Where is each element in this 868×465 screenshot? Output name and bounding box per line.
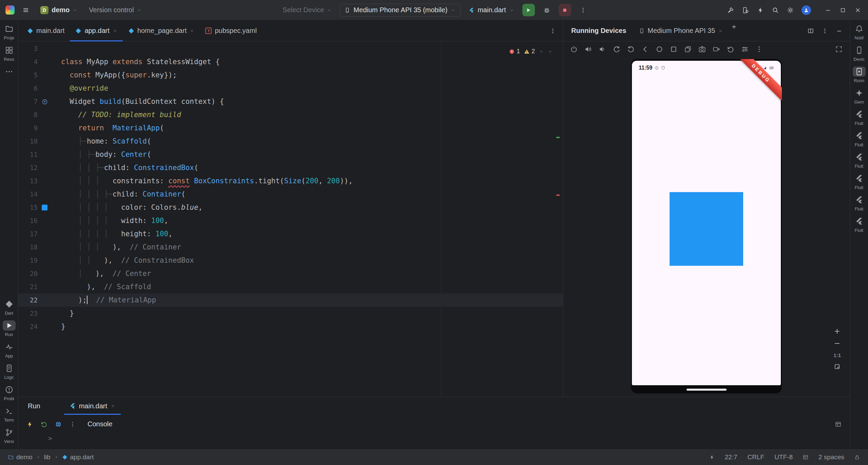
code-line-9[interactable]: 9 return MaterialApp( bbox=[18, 122, 563, 135]
android-overview-button[interactable] bbox=[667, 43, 680, 56]
fit-screen-button[interactable] bbox=[832, 43, 846, 56]
select-device-dropdown[interactable]: Select Device bbox=[280, 6, 334, 14]
android-back-button[interactable] bbox=[638, 43, 652, 56]
main-menu-button[interactable] bbox=[19, 4, 32, 17]
tool-running-devices[interactable]: Runn bbox=[850, 67, 868, 83]
account-avatar[interactable] bbox=[802, 5, 811, 15]
stop-button[interactable] bbox=[559, 4, 571, 16]
tool-app-quality-insights[interactable]: App bbox=[0, 342, 18, 358]
stripe-mark-red[interactable] bbox=[556, 194, 560, 196]
minimize-button[interactable] bbox=[821, 3, 835, 18]
tool-logcat[interactable]: Logc bbox=[0, 363, 18, 380]
warning-count[interactable]: 2 bbox=[524, 45, 535, 58]
line-number[interactable]: 15 bbox=[18, 201, 38, 214]
line-number[interactable]: 10 bbox=[18, 135, 38, 148]
line-number[interactable]: 9 bbox=[18, 122, 38, 135]
search-everywhere-button[interactable] bbox=[769, 4, 782, 17]
code-line-5[interactable]: 5 const MyApp({super.key}); bbox=[18, 69, 563, 82]
line-number[interactable]: 16 bbox=[18, 214, 38, 227]
line-number[interactable]: 19 bbox=[18, 254, 38, 267]
code-line-10[interactable]: 10 ├─home: Scaffold( bbox=[18, 135, 563, 148]
zoom-reset-button[interactable] bbox=[834, 364, 840, 370]
line-number[interactable]: 23 bbox=[18, 307, 38, 320]
code-line-16[interactable]: 16 │ │ │ │ width: 100, bbox=[18, 214, 563, 227]
stripe-mark-green[interactable] bbox=[556, 137, 560, 138]
tool-flutter-inspector[interactable]: Flutt bbox=[850, 131, 868, 147]
line-number[interactable]: 20 bbox=[18, 267, 38, 280]
error-count[interactable]: 1 bbox=[509, 45, 520, 58]
override-marker-icon[interactable] bbox=[42, 99, 48, 105]
build-button[interactable] bbox=[724, 4, 737, 17]
run-panel-title[interactable]: Run bbox=[28, 397, 40, 415]
zoom-ratio-button[interactable]: 1:1 bbox=[833, 352, 841, 358]
screen-record-button[interactable] bbox=[710, 43, 723, 56]
code-line-23[interactable]: 23 } bbox=[18, 307, 563, 320]
code-line-17[interactable]: 17 │ │ │ │ height: 100, bbox=[18, 227, 563, 241]
running-devices-title[interactable]: Running Devices bbox=[563, 20, 634, 41]
breadcrumb-file[interactable]: app.dart bbox=[62, 453, 94, 461]
volume-down-button[interactable] bbox=[596, 43, 609, 56]
code-editor[interactable]: 34class MyApp extends StatelessWidget {5… bbox=[18, 41, 563, 397]
run-config-dropdown[interactable]: main.dart bbox=[466, 6, 517, 14]
code-line-20[interactable]: 20 │ ), // Center bbox=[18, 267, 563, 280]
code-line-15[interactable]: 15 │ │ │ │ color: Colors.blue, bbox=[18, 201, 563, 214]
tool-terminal[interactable]: Term bbox=[0, 406, 18, 423]
line-number[interactable]: 4 bbox=[18, 55, 38, 69]
hot-reload-button[interactable] bbox=[24, 418, 36, 430]
line-number[interactable]: 24 bbox=[18, 320, 38, 333]
code-line-3[interactable]: 3 bbox=[18, 42, 563, 55]
screenshot-button[interactable] bbox=[695, 43, 709, 56]
code-line-19[interactable]: 19 │ │ ), // ConstrainedBox bbox=[18, 254, 563, 267]
split-panel-button[interactable] bbox=[804, 24, 817, 37]
console-output[interactable]: > bbox=[18, 433, 850, 449]
line-number[interactable]: 13 bbox=[18, 174, 38, 188]
layout-editor-button[interactable] bbox=[832, 418, 844, 430]
next-problem-icon[interactable] bbox=[548, 49, 553, 54]
code-line-7[interactable]: 7 Widget build(BuildContext context) { bbox=[18, 95, 563, 108]
reset-button[interactable] bbox=[724, 43, 737, 56]
error-stripe[interactable] bbox=[556, 41, 560, 397]
line-number[interactable]: 6 bbox=[18, 82, 38, 95]
tool-problems[interactable]: Probl bbox=[0, 385, 18, 401]
line-separator-widget[interactable]: CRLF bbox=[748, 453, 765, 461]
analysis-status-widget[interactable] bbox=[709, 454, 715, 460]
device-dropdown[interactable]: Medium Phone API 35 (mobile) bbox=[340, 4, 461, 17]
close-button[interactable] bbox=[850, 3, 865, 18]
run-toolbar-more-button[interactable] bbox=[66, 418, 79, 430]
tool-project[interactable]: Proje bbox=[0, 24, 18, 40]
device-manager-button[interactable] bbox=[739, 4, 752, 17]
panel-options-button[interactable] bbox=[818, 24, 831, 37]
encoding-widget[interactable]: UTF-8 bbox=[774, 453, 793, 461]
prev-problem-icon[interactable] bbox=[539, 49, 544, 54]
tool-notifications[interactable]: Notif bbox=[850, 24, 868, 40]
code-line-8[interactable]: 8 // TODO: implement build bbox=[18, 108, 563, 122]
tool-flutter-6[interactable]: Flutt bbox=[850, 216, 868, 233]
volume-up-button[interactable] bbox=[581, 43, 595, 56]
device-tab[interactable]: Medium Phone API 35 bbox=[634, 20, 728, 41]
tool-dart-analysis[interactable]: Dart bbox=[0, 299, 18, 316]
editor-tabs-more-button[interactable] bbox=[546, 24, 559, 37]
breadcrumb-project[interactable]: demo bbox=[8, 453, 33, 461]
project-selector[interactable]: D demo bbox=[37, 4, 81, 16]
line-number[interactable]: 21 bbox=[18, 280, 38, 294]
rotate-left-button[interactable] bbox=[610, 43, 623, 56]
code-line-6[interactable]: 6 @override bbox=[18, 82, 563, 95]
tool-device-manager[interactable]: Devic bbox=[850, 45, 868, 62]
code-line-21[interactable]: 21 ), // Scaffold bbox=[18, 280, 563, 294]
editor-tab-pubspec-yaml[interactable]: Ypubspec.yaml bbox=[200, 20, 262, 41]
debug-button[interactable] bbox=[540, 4, 553, 17]
tool-flutter-4[interactable]: Flutt bbox=[850, 173, 868, 190]
instant-run-button[interactable] bbox=[754, 4, 767, 17]
indent-widget[interactable]: 2 spaces bbox=[818, 453, 844, 461]
tool-resource-manager[interactable]: Reso bbox=[0, 45, 18, 62]
caret-position-widget[interactable]: 22:7 bbox=[725, 453, 737, 461]
line-number[interactable]: 8 bbox=[18, 108, 38, 122]
code-line-14[interactable]: 14 │ │ │ ├─child: Container( bbox=[18, 188, 563, 201]
phone-screen[interactable]: 11:59 3G bbox=[632, 61, 781, 385]
code-line-18[interactable]: 18 │ │ │ ), // Container bbox=[18, 241, 563, 254]
emulator-display[interactable]: 11:59 3G bbox=[631, 59, 782, 393]
run-button[interactable] bbox=[522, 4, 535, 16]
hide-panel-button[interactable] bbox=[833, 24, 846, 37]
zoom-out-button[interactable] bbox=[834, 340, 841, 347]
android-home-button[interactable] bbox=[653, 43, 666, 56]
